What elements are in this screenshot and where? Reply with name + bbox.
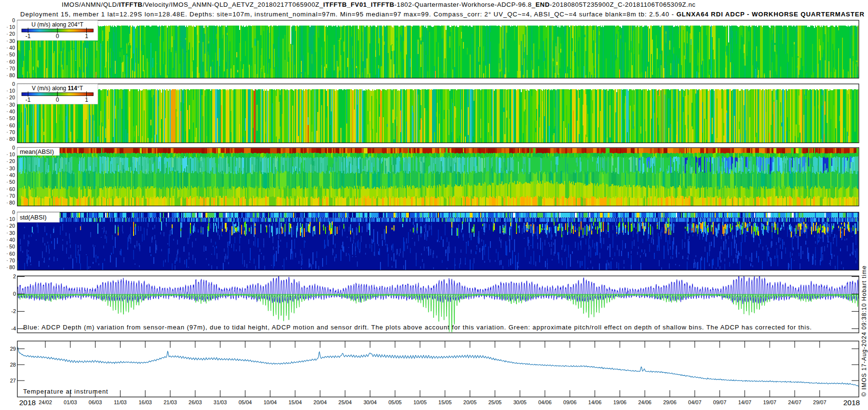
svg-text:V (m/s) along 114°T: V (m/s) along 114°T (32, 85, 83, 92)
svg-text:Temperature at instrument: Temperature at instrument (23, 388, 108, 395)
svg-text:40: 40 (9, 237, 15, 243)
svg-text:-4: -4 (11, 326, 16, 331)
svg-text:U (m/s) along 204°T: U (m/s) along 204°T (31, 21, 83, 28)
svg-text:30: 30 (9, 230, 15, 236)
svg-text:70: 70 (9, 193, 15, 199)
svg-text:16/03: 16/03 (138, 399, 152, 405)
svg-text:70: 70 (9, 129, 15, 135)
svg-text:80: 80 (9, 200, 15, 205)
svg-text:80: 80 (9, 264, 15, 270)
svg-text:0: 0 (12, 209, 15, 215)
svg-text:30: 30 (9, 102, 15, 108)
svg-text:14/06: 14/06 (588, 399, 602, 405)
svg-text:05/04: 05/04 (239, 399, 252, 405)
svg-text:24/06: 24/06 (638, 399, 651, 405)
svg-text:20: 20 (9, 158, 15, 164)
svg-text:20/05: 20/05 (463, 399, 477, 405)
svg-text:60: 60 (9, 251, 15, 257)
svg-text:10: 10 (9, 88, 15, 94)
svg-text:-1: -1 (26, 96, 31, 103)
svg-text:80: 80 (9, 136, 15, 142)
svg-text:09/07: 09/07 (713, 399, 727, 405)
svg-text:29: 29 (10, 346, 16, 352)
svg-text:21/03: 21/03 (163, 399, 177, 405)
svg-text:0: 0 (13, 291, 16, 297)
svg-text:06/03: 06/03 (89, 399, 102, 405)
svg-text:19/06: 19/06 (613, 399, 627, 405)
svg-text:2018: 2018 (19, 398, 36, 407)
svg-text:0: 0 (12, 145, 15, 150)
svg-text:10/04: 10/04 (263, 399, 277, 405)
svg-text:25/05: 25/05 (488, 399, 502, 405)
svg-text:24/07: 24/07 (788, 399, 801, 405)
svg-text:04/06: 04/06 (538, 399, 552, 405)
svg-text:30/04: 30/04 (364, 399, 377, 405)
svg-text:-1: -1 (26, 33, 31, 40)
svg-text:50: 50 (9, 244, 15, 249)
svg-text:27: 27 (10, 378, 16, 383)
svg-text:70: 70 (9, 258, 15, 263)
svg-text:26/03: 26/03 (189, 399, 202, 405)
svg-text:15/04: 15/04 (288, 399, 302, 405)
svg-text:20/04: 20/04 (313, 399, 327, 405)
svg-text:29/07: 29/07 (813, 399, 827, 405)
svg-text:30: 30 (9, 165, 15, 171)
svg-text:10: 10 (9, 216, 15, 222)
svg-text:10/05: 10/05 (413, 399, 427, 405)
svg-text:1: 1 (85, 33, 88, 40)
svg-text:29/06: 29/06 (663, 399, 677, 405)
svg-text:01/03: 01/03 (64, 399, 77, 405)
svg-text:20: 20 (9, 223, 15, 229)
svg-text:20: 20 (9, 95, 15, 100)
svg-text:0: 0 (12, 81, 15, 87)
svg-text:20: 20 (9, 31, 15, 37)
svg-text:IMOS/ANMN/QLD/ITFFTB/Velocity/: IMOS/ANMN/QLD/ITFFTB/Velocity/IMOS_ANMN-… (62, 1, 696, 8)
svg-text:1: 1 (85, 96, 88, 103)
svg-text:std(ABSI): std(ABSI) (20, 214, 47, 221)
svg-text:2018: 2018 (843, 398, 860, 407)
svg-text:60: 60 (9, 123, 15, 128)
svg-text:15/05: 15/05 (438, 399, 452, 405)
svg-text:Blue: ADCP Depth (m) variation: Blue: ADCP Depth (m) variation from sens… (23, 324, 812, 331)
svg-text:mean(ABSI): mean(ABSI) (20, 148, 54, 155)
svg-text:04/07: 04/07 (688, 399, 702, 405)
svg-text:19/07: 19/07 (763, 399, 776, 405)
svg-text:60: 60 (9, 186, 15, 192)
svg-text:Deployment 15, member 1 lat=12: Deployment 15, member 1 lat=12.29S lon=1… (20, 11, 865, 18)
svg-text:0: 0 (56, 33, 59, 40)
svg-text:05/05: 05/05 (388, 399, 402, 405)
svg-text:0: 0 (12, 17, 15, 23)
svg-text:80: 80 (9, 72, 15, 78)
svg-text:60: 60 (9, 59, 15, 65)
svg-text:31/03: 31/03 (214, 399, 227, 405)
svg-text:40: 40 (9, 109, 15, 114)
svg-text:70: 70 (9, 66, 15, 71)
svg-text:© IMOS 17-Aug-2024 09:38:10 Ho: © IMOS 17-Aug-2024 09:38:10 Hobart time (861, 265, 868, 396)
svg-text:50: 50 (9, 179, 15, 185)
svg-text:28: 28 (10, 362, 16, 368)
svg-text:30/05: 30/05 (513, 399, 527, 405)
svg-text:10: 10 (9, 24, 15, 30)
svg-text:09/06: 09/06 (563, 399, 577, 405)
svg-text:25/04: 25/04 (339, 399, 352, 405)
svg-text:0: 0 (56, 96, 59, 103)
svg-text:40: 40 (9, 45, 15, 51)
svg-text:30: 30 (9, 38, 15, 44)
svg-text:2: 2 (13, 273, 16, 279)
svg-text:11/03: 11/03 (114, 399, 127, 405)
svg-text:24/02: 24/02 (39, 399, 52, 405)
svg-text:14/07: 14/07 (738, 399, 752, 405)
svg-text:50: 50 (9, 52, 15, 57)
svg-text:-2: -2 (11, 308, 16, 314)
svg-text:40: 40 (9, 172, 15, 178)
svg-text:50: 50 (9, 115, 15, 121)
svg-text:10: 10 (9, 151, 15, 157)
